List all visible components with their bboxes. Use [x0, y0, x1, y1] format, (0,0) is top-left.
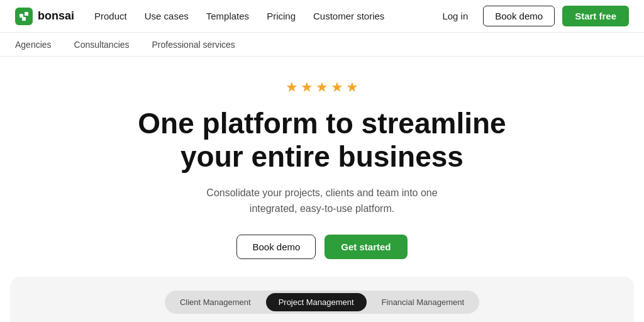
nav-use-cases[interactable]: Use cases — [145, 11, 189, 21]
hero-section: ★ ★ ★ ★ ★ One platform to streamline you… — [0, 57, 644, 277]
logo-text: bonsai — [38, 9, 74, 23]
bonsai-logo-icon — [15, 8, 33, 25]
subnav-professional-services[interactable]: Professional services — [152, 40, 235, 50]
star-5: ★ — [346, 79, 358, 96]
tab-project-management[interactable]: Project Management — [266, 293, 367, 311]
subnav-agencies[interactable]: Agencies — [15, 40, 52, 50]
tab-financial-management[interactable]: Financial Management — [369, 293, 477, 311]
book-demo-button[interactable]: Book demo — [483, 6, 555, 26]
navbar: bonsai Product Use cases Templates Prici… — [0, 0, 644, 33]
logo-svg — [19, 11, 29, 21]
star-4: ★ — [331, 79, 343, 96]
hero-subtitle: Consolidate your projects, clients and t… — [196, 185, 448, 217]
hero-buttons: Book demo Get started — [236, 235, 407, 259]
svg-rect-2 — [22, 17, 26, 21]
star-rating: ★ ★ ★ ★ ★ — [286, 79, 358, 96]
feature-tabs-section: Client Management Project Management Fin… — [10, 277, 634, 322]
feature-tab-group: Client Management Project Management Fin… — [165, 291, 479, 314]
nav-product[interactable]: Product — [94, 11, 127, 21]
login-button[interactable]: Log in — [435, 7, 475, 25]
hero-book-demo-button[interactable]: Book demo — [236, 235, 316, 259]
nav-actions: Log in Book demo Start free — [435, 6, 629, 26]
subnav: Agencies Consultancies Professional serv… — [0, 33, 644, 57]
start-free-button[interactable]: Start free — [562, 6, 629, 26]
star-1: ★ — [286, 79, 298, 96]
logo[interactable]: bonsai — [15, 8, 74, 25]
nav-pricing[interactable]: Pricing — [267, 11, 296, 21]
nav-customer-stories[interactable]: Customer stories — [313, 11, 384, 21]
tab-client-management[interactable]: Client Management — [167, 293, 264, 311]
subnav-consultancies[interactable]: Consultancies — [74, 40, 130, 50]
star-2: ★ — [301, 79, 313, 96]
hero-title: One platform to streamline your entire b… — [114, 107, 530, 174]
star-3: ★ — [316, 79, 328, 96]
nav-links: Product Use cases Templates Pricing Cust… — [94, 11, 435, 21]
svg-rect-1 — [25, 12, 28, 16]
hero-get-started-button[interactable]: Get started — [325, 235, 407, 259]
nav-templates[interactable]: Templates — [206, 11, 249, 21]
